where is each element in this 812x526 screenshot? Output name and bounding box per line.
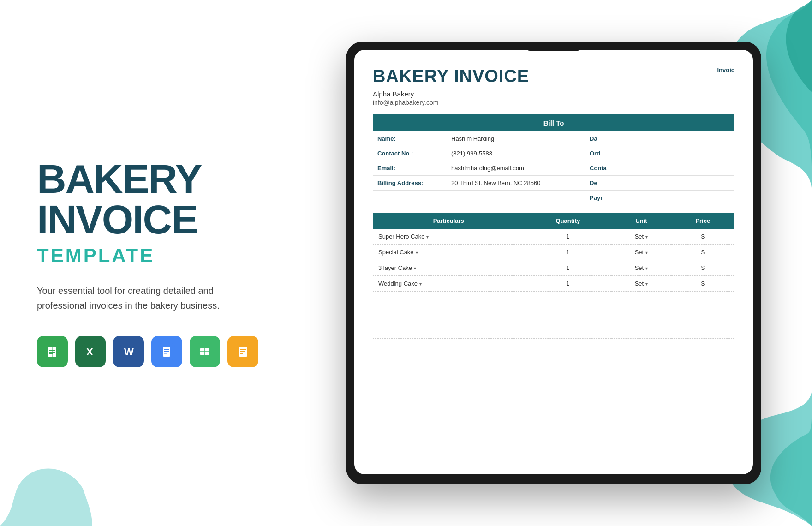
item-price: $ [671, 260, 734, 276]
email-value: hashimharding@email.com [447, 161, 585, 176]
item-qty [524, 292, 611, 307]
google-docs-icon[interactable] [151, 336, 182, 367]
contact-label: Contact No.: [373, 146, 447, 161]
bill-to-payment-row: Payr [373, 191, 734, 205]
contact2-value [645, 161, 734, 176]
bakery-name: Alpha Bakery [373, 90, 734, 98]
numbers-icon[interactable] [190, 336, 221, 367]
item-qty: 1 [524, 245, 611, 260]
payment-value [645, 191, 734, 205]
bill-to-address-row: Billing Address: 20 Third St. New Bern, … [373, 176, 734, 191]
item-unit [611, 354, 671, 370]
delivery-label: De [585, 176, 645, 191]
bill-to-table: Bill To Name: Hashim Harding Da Contact … [373, 114, 734, 205]
item-price: $ [671, 276, 734, 292]
invoice-number-label: Invoic [717, 66, 734, 73]
item-unit: Set▾ [611, 229, 671, 245]
hero-title: BAKERY INVOICE [37, 159, 258, 240]
svg-rect-22 [240, 351, 245, 352]
item-name: Special Cake▾ [373, 245, 524, 260]
item-unit [611, 292, 671, 307]
item-row: Super Hero Cake▾ 1 Set▾ $ [373, 229, 734, 245]
item-unit [611, 339, 671, 354]
delivery-value [645, 176, 734, 191]
tablet-screen: BAKERY INVOICE Invoic Alpha Bakery info@… [354, 50, 753, 474]
item-unit: Set▾ [611, 276, 671, 292]
item-price: $ [671, 229, 734, 245]
item-qty: 1 [524, 276, 611, 292]
item-row [373, 323, 734, 339]
item-qty [524, 307, 611, 323]
google-sheets-icon[interactable] [37, 336, 68, 367]
item-price [671, 307, 734, 323]
payment-label: Payr [585, 191, 645, 205]
svg-text:X: X [86, 346, 93, 358]
app-icons-row: X W [37, 336, 258, 367]
item-name: Super Hero Cake▾ [373, 229, 524, 245]
address-label: Billing Address: [373, 176, 447, 191]
address-value: 20 Third St. New Bern, NC 28560 [447, 176, 585, 191]
item-price [671, 339, 734, 354]
hero-subtitle: TEMPLATE [37, 245, 258, 267]
word-icon[interactable]: W [113, 336, 144, 367]
invoice-main-title: BAKERY INVOICE [373, 66, 529, 86]
bakery-email: info@alphabakery.com [373, 99, 734, 106]
item-unit: Set▾ [611, 245, 671, 260]
contact2-label: Conta [585, 161, 645, 176]
item-name: 3 layer Cake▾ [373, 260, 524, 276]
item-row [373, 307, 734, 323]
invoice-header-row: BAKERY INVOICE Invoic [373, 66, 734, 86]
svg-rect-14 [164, 353, 167, 354]
col-particulars: Particulars [373, 213, 524, 229]
invoice-content: BAKERY INVOICE Invoic Alpha Bakery info@… [354, 50, 753, 474]
item-row [373, 354, 734, 370]
items-table: Particulars Quantity Unit Price Super He… [373, 213, 734, 370]
bill-to-email-row: Email: hashimharding@email.com Conta [373, 161, 734, 176]
item-qty [524, 354, 611, 370]
item-price [671, 292, 734, 307]
date-label: Da [585, 132, 645, 146]
item-name: Wedding Cake▾ [373, 276, 524, 292]
svg-rect-23 [240, 353, 243, 354]
svg-rect-4 [49, 353, 53, 354]
order-label: Ord [585, 146, 645, 161]
item-qty [524, 323, 611, 339]
svg-rect-13 [164, 351, 169, 352]
item-name [373, 292, 524, 307]
item-unit: Set▾ [611, 260, 671, 276]
item-row: Wedding Cake▾ 1 Set▾ $ [373, 276, 734, 292]
item-price [671, 354, 734, 370]
item-name [373, 354, 524, 370]
excel-icon[interactable]: X [75, 336, 106, 367]
item-name [373, 339, 524, 354]
items-header-row: Particulars Quantity Unit Price [373, 213, 734, 229]
item-qty [524, 339, 611, 354]
left-panel: BAKERY INVOICE TEMPLATE Your essential t… [0, 0, 286, 526]
item-row [373, 292, 734, 307]
order-value [645, 146, 734, 161]
date-value [645, 132, 734, 146]
spacer-label [373, 191, 447, 205]
hero-description: Your essential tool for creating detaile… [37, 283, 258, 313]
item-name [373, 323, 524, 339]
item-price [671, 323, 734, 339]
pages-icon[interactable] [227, 336, 258, 367]
svg-rect-12 [164, 349, 169, 350]
item-name [373, 307, 524, 323]
contact-value: (821) 999-5588 [447, 146, 585, 161]
item-row: 3 layer Cake▾ 1 Set▾ $ [373, 260, 734, 276]
item-row [373, 339, 734, 354]
col-unit: Unit [611, 213, 671, 229]
name-value: Hashim Harding [447, 132, 585, 146]
tablet-frame: BAKERY INVOICE Invoic Alpha Bakery info@… [346, 42, 761, 484]
svg-text:W: W [124, 346, 134, 358]
title-line1: BAKERY [37, 156, 201, 202]
right-panel: BAKERY INVOICE Invoic Alpha Bakery info@… [286, 0, 812, 526]
invoice-right-info: Invoic [717, 66, 734, 73]
tablet-notch [526, 46, 581, 51]
email-label: Email: [373, 161, 447, 176]
col-quantity: Quantity [524, 213, 611, 229]
name-label: Name: [373, 132, 447, 146]
title-line2: INVOICE [37, 197, 197, 242]
item-unit [611, 307, 671, 323]
